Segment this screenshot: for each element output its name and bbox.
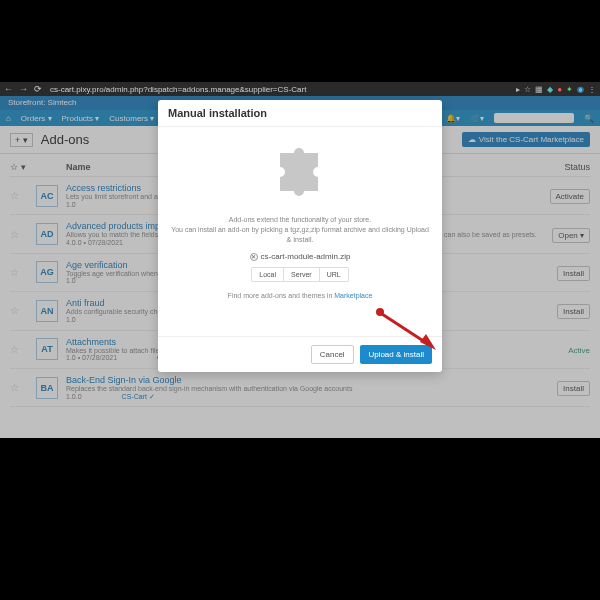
selected-filename: cs-cart-module-admin.zip <box>261 252 351 261</box>
ext-icon[interactable]: ● <box>557 85 562 94</box>
ext-icon[interactable]: ▸ <box>516 85 520 94</box>
ext-icon[interactable]: ⋮ <box>588 85 596 94</box>
tab-local[interactable]: Local <box>252 268 284 281</box>
ext-icon[interactable]: ☆ <box>524 85 531 94</box>
marketplace-link[interactable]: Marketplace <box>334 292 372 299</box>
remove-file-icon[interactable]: ✕ <box>250 253 258 261</box>
modal-desc-1: Add-ons extend the functionality of your… <box>170 215 430 225</box>
ext-icon[interactable]: ✦ <box>566 85 573 94</box>
ext-icon[interactable]: ▦ <box>535 85 543 94</box>
address-bar[interactable]: cs-cart.pixy.pro/admin.php?dispatch=addo… <box>50 85 508 94</box>
ext-icon[interactable]: ◉ <box>577 85 584 94</box>
modal-desc-2: You can install an add-on by picking a t… <box>170 225 430 245</box>
modal-title: Manual installation <box>158 100 442 127</box>
cancel-button[interactable]: Cancel <box>311 345 354 364</box>
forward-icon[interactable]: → <box>19 84 28 94</box>
install-modal: Manual installation Add-ons extend the f… <box>158 100 442 372</box>
tab-url[interactable]: URL <box>320 268 348 281</box>
puzzle-icon <box>262 139 338 207</box>
back-icon[interactable]: ← <box>4 84 13 94</box>
more-text: Find more add-ons and themes in <box>228 292 335 299</box>
upload-install-button[interactable]: Upload & install <box>360 345 432 364</box>
source-tabs: Local Server URL <box>251 267 348 282</box>
ext-icon[interactable]: ◆ <box>547 85 553 94</box>
reload-icon[interactable]: ⟳ <box>34 84 42 94</box>
tab-server[interactable]: Server <box>284 268 320 281</box>
